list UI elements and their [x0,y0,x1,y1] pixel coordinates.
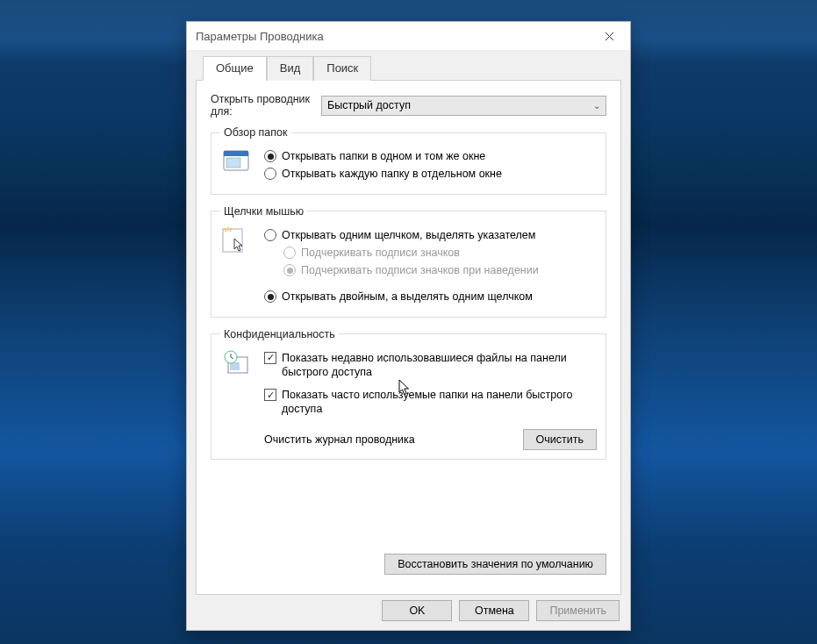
close-icon [605,32,614,41]
radio-separate-window[interactable]: Открывать каждую папку в отдельном окне [264,167,597,181]
tabpanel-general: Открыть проводник для: Быстрый доступ ⌄ … [196,80,621,595]
clear-history-label: Очистить журнал проводника [264,433,514,446]
open-explorer-row: Открыть проводник для: Быстрый доступ ⌄ [211,93,606,118]
close-button[interactable] [590,23,628,49]
radio-underline-hover: Подчеркивать подписи значков при наведен… [283,263,597,277]
click-items-icon [220,225,255,259]
check-recent-files-label: Показать недавно использовавшиеся файлы … [282,351,597,380]
radio-icon [264,229,276,241]
svg-rect-2 [226,158,240,168]
check-frequent-folders-label: Показать часто используемые папки на пан… [282,388,597,417]
apply-button[interactable]: Применить [536,600,620,621]
radio-single-click[interactable]: Открывать одним щелчком, выделять указат… [264,228,597,242]
radio-underline-hover-label: Подчеркивать подписи значков при наведен… [301,263,539,277]
radio-separate-window-label: Открывать каждую папку в отдельном окне [282,167,502,181]
open-explorer-value: Быстрый доступ [327,99,411,111]
group-click-legend: Щелчки мышью [220,205,307,218]
radio-icon [264,168,276,180]
clear-history-row: Очистить журнал проводника Очистить [264,429,597,450]
radio-same-window-label: Открывать папки в одном и том же окне [282,149,485,163]
radio-icon [283,247,296,259]
privacy-icon [220,347,255,382]
check-recent-files[interactable]: ✓ Показать недавно использовавшиеся файл… [264,351,597,380]
chevron-down-icon: ⌄ [593,101,600,111]
group-privacy: Конфиденциальность ✓ Показать н [211,328,606,460]
radio-icon [264,150,276,162]
clear-button[interactable]: Очистить [523,429,597,450]
dialog-footer: OK Отмена Применить [196,595,621,621]
tab-search[interactable]: Поиск [313,56,371,81]
radio-underline-always: Подчеркивать подписи значков [283,246,597,260]
radio-underline-always-label: Подчеркивать подписи значков [301,246,460,260]
radio-icon [264,290,276,303]
folder-options-window: Параметры Проводника Общие Вид Поиск Отк… [186,21,631,631]
open-explorer-label: Открыть проводник для: [211,93,321,118]
radio-single-click-label: Открывать одним щелчком, выделять указат… [282,228,535,242]
checkbox-icon: ✓ [264,389,276,401]
restore-defaults-button[interactable]: Восстановить значения по умолчанию [384,554,606,575]
group-privacy-legend: Конфиденциальность [220,328,339,340]
ok-button[interactable]: OK [382,600,452,621]
tab-view[interactable]: Вид [267,56,314,81]
radio-icon [283,264,296,276]
titlebar: Параметры Проводника [187,22,630,50]
svg-rect-1 [224,151,248,156]
check-frequent-folders[interactable]: ✓ Показать часто используемые папки на п… [264,388,597,417]
tabstrip: Общие Вид Поиск [196,55,621,80]
radio-double-click-label: Открывать двойным, а выделять одним щелч… [282,290,533,304]
restore-defaults-row: Восстановить значения по умолчанию [211,550,606,583]
client-area: Общие Вид Поиск Открыть проводник для: Б… [187,50,630,630]
cancel-button[interactable]: Отмена [459,600,529,621]
window-title: Параметры Проводника [196,30,590,43]
browse-folders-icon [220,146,255,178]
radio-double-click[interactable]: Открывать двойным, а выделять одним щелч… [264,290,597,304]
radio-same-window[interactable]: Открывать папки в одном и том же окне [264,149,597,163]
group-click-items: Щелчки мышью Открывать одним щелчком, вы… [211,205,606,318]
tab-general[interactable]: Общие [203,56,267,81]
checkbox-icon: ✓ [264,352,276,364]
group-browse-folders: Обзор папок Открывать папки в одном и то… [211,126,606,195]
open-explorer-combo[interactable]: Быстрый доступ ⌄ [321,96,606,116]
group-browse-legend: Обзор папок [220,126,291,139]
